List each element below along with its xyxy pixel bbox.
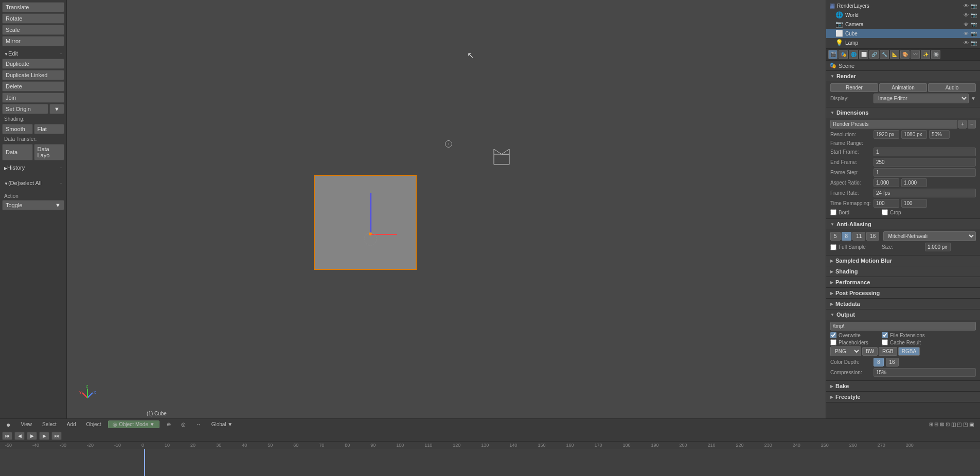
- timeline-bar[interactable]: [0, 449, 980, 476]
- outliner-item-cube[interactable]: ⬜ Cube 👁 📷: [826, 29, 980, 38]
- join-button[interactable]: Join: [2, 93, 64, 103]
- smooth-button[interactable]: Smooth: [2, 124, 33, 134]
- render-audio-btn[interactable]: Audio: [928, 83, 976, 92]
- material-props-icon[interactable]: 🎨: [900, 50, 910, 59]
- cube-render[interactable]: 📷: [971, 31, 977, 36]
- data-layers-button[interactable]: Data Layo: [34, 144, 65, 160]
- scene-props-icon[interactable]: 🎭: [839, 50, 848, 59]
- data-props-icon[interactable]: 📐: [890, 50, 899, 59]
- render-display-dropdown[interactable]: Image Editor: [874, 94, 969, 103]
- constraint-props-icon[interactable]: 🔗: [869, 50, 879, 59]
- view-menu[interactable]: View: [17, 421, 35, 428]
- antialiasing-header[interactable]: Anti-Aliasing: [826, 219, 980, 229]
- shading-header[interactable]: Shading: [826, 266, 980, 277]
- modifier-props-icon[interactable]: 🔧: [880, 50, 889, 59]
- res-x-input[interactable]: [874, 130, 899, 139]
- crop-checkbox[interactable]: [882, 209, 888, 215]
- compression-input[interactable]: [874, 368, 976, 377]
- viewport[interactable]: X Y Z ↖ (1) Cube: [67, 0, 826, 418]
- add-menu[interactable]: Add: [64, 421, 79, 428]
- post-processing-header[interactable]: Post Processing: [826, 288, 980, 298]
- start-frame-input[interactable]: [874, 148, 976, 156]
- aa-11-btn[interactable]: 11: [852, 232, 865, 241]
- performance-header[interactable]: Performance: [826, 277, 980, 287]
- file-ext-checkbox[interactable]: [882, 332, 888, 338]
- global-selector[interactable]: Global ▼: [208, 421, 236, 428]
- end-frame-input[interactable]: [874, 158, 976, 167]
- timeline-jump-end[interactable]: ⏭: [51, 432, 62, 440]
- flat-button[interactable]: Flat: [34, 124, 65, 134]
- aa-8-btn[interactable]: 8: [842, 232, 852, 241]
- object-menu[interactable]: Object: [83, 421, 104, 428]
- outliner-item-camera[interactable]: 📷 Camera 👁 📷: [826, 20, 980, 29]
- depth-8-btn[interactable]: 8: [874, 358, 884, 367]
- translate-button[interactable]: Translate: [2, 2, 64, 12]
- bord-checkbox[interactable]: [830, 209, 836, 215]
- duplicate-button[interactable]: Duplicate: [2, 59, 64, 69]
- mirror-button[interactable]: Mirror: [2, 36, 64, 46]
- lamp-eye[interactable]: 👁: [964, 40, 969, 46]
- render-display-expand[interactable]: ▼: [971, 96, 976, 101]
- particle-props-icon[interactable]: ✨: [921, 50, 930, 59]
- rgb-btn[interactable]: RGB: [879, 347, 897, 356]
- texture-props-icon[interactable]: 〰: [911, 50, 920, 59]
- overwrite-checkbox[interactable]: [830, 332, 836, 338]
- dimensions-header[interactable]: Dimensions: [826, 107, 980, 118]
- lamp-render[interactable]: 📷: [971, 40, 977, 46]
- sampled-mb-header[interactable]: Sampled Motion Blur: [826, 255, 980, 266]
- data-button[interactable]: Data: [2, 144, 33, 160]
- full-sample-checkbox[interactable]: [830, 244, 836, 250]
- res-percent-input[interactable]: [929, 130, 950, 139]
- status-icon[interactable]: ●: [3, 420, 13, 429]
- aa-16-btn[interactable]: 16: [866, 232, 879, 241]
- snap-button[interactable]: ⊕: [164, 421, 174, 428]
- physics-props-icon[interactable]: 🔘: [931, 50, 940, 59]
- render-props-icon[interactable]: 🎬: [828, 50, 838, 59]
- outliner-item-world[interactable]: 🌐 World 👁 📷: [826, 10, 980, 20]
- timeline-prev-frame[interactable]: ◀: [14, 432, 25, 440]
- size-input[interactable]: [925, 243, 951, 251]
- set-origin-expand[interactable]: ▼: [49, 104, 64, 114]
- camera-eye[interactable]: 👁: [964, 22, 969, 27]
- aa-filter-dropdown[interactable]: Mitchell-Netravali: [883, 231, 976, 241]
- presets-plus[interactable]: +: [958, 120, 967, 129]
- renderlayers-render[interactable]: 📷: [971, 3, 977, 9]
- placeholders-checkbox[interactable]: [830, 339, 836, 345]
- time-remap-new[interactable]: [901, 199, 927, 208]
- select-menu[interactable]: Select: [39, 421, 60, 428]
- outliner-item-lamp[interactable]: 💡 Lamp 👁 📷: [826, 38, 980, 47]
- outliner-item-renderlayers[interactable]: ▦ RenderLayers 👁 📷: [826, 1, 980, 10]
- output-path-input[interactable]: [830, 322, 976, 331]
- timeline-next-frame[interactable]: ▶: [39, 432, 49, 440]
- aspect-x-input[interactable]: [874, 178, 899, 187]
- timeline-play[interactable]: ▶: [27, 432, 37, 440]
- set-origin-button[interactable]: Set Origin: [2, 104, 48, 114]
- rgba-btn[interactable]: RGBA: [898, 347, 920, 356]
- cache-result-checkbox[interactable]: [882, 339, 888, 345]
- timeline-jump-start[interactable]: ⏮: [2, 432, 12, 440]
- delete-button[interactable]: Delete: [2, 81, 64, 91]
- metadata-header[interactable]: Metadata: [826, 299, 980, 309]
- bake-header[interactable]: Bake: [826, 381, 980, 391]
- freestyle-header[interactable]: Freestyle: [826, 392, 980, 402]
- time-remap-old[interactable]: [874, 199, 899, 208]
- aspect-y-input[interactable]: [901, 178, 927, 187]
- frame-rate-input[interactable]: [874, 189, 976, 197]
- render-presets-input[interactable]: [830, 120, 957, 129]
- bw-btn[interactable]: BW: [862, 347, 878, 356]
- transform-button[interactable]: ↔: [193, 421, 204, 428]
- cube-eye[interactable]: 👁: [964, 31, 969, 36]
- render-render-btn[interactable]: Render: [830, 83, 878, 92]
- world-render[interactable]: 📷: [971, 12, 977, 18]
- object-props-icon[interactable]: ⬜: [859, 50, 868, 59]
- camera-render[interactable]: 📷: [971, 22, 977, 27]
- duplicate-linked-button[interactable]: Duplicate Linked: [2, 70, 64, 80]
- mode-selector[interactable]: ◎ Object Mode ▼: [108, 420, 159, 428]
- render-header[interactable]: Render: [826, 71, 980, 81]
- frame-step-input[interactable]: [874, 168, 976, 177]
- scale-button[interactable]: Scale: [2, 25, 64, 35]
- res-y-input[interactable]: [901, 130, 927, 139]
- rotate-button[interactable]: Rotate: [2, 13, 64, 24]
- output-header[interactable]: Output: [826, 309, 980, 320]
- pivot-button[interactable]: ◎: [178, 421, 189, 428]
